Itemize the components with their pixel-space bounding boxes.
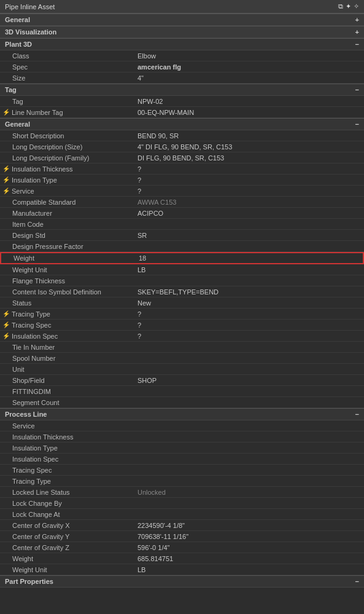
lightning-icon: ⚡ [2, 165, 10, 172]
plant3d-collapse-icon: − [355, 41, 359, 48]
prop-label-weight: Weight [1, 253, 136, 263]
table-row: ⚡Tracing Type? [0, 309, 364, 320]
prop-value: ? [135, 186, 364, 196]
prop-label-design-pressure-factor: Design Pressure Factor [0, 242, 135, 251]
general-content: Short DescriptionBEND 90, SRLong Descrip… [0, 130, 364, 408]
table-row: Weight UnitLB [0, 564, 364, 575]
tag-collapse-icon: − [355, 86, 359, 93]
prop-label-center-of-gravity-y: Center of Gravity Y [0, 532, 135, 541]
table-row: Service [0, 420, 364, 431]
prop-value: 00-EQ-NPW-MAIN [135, 108, 364, 117]
prop-label-text: Line Number Tag [12, 109, 63, 116]
copy-icon[interactable]: ⧉ [338, 2, 343, 10]
prop-label-text: Lock Change By [12, 500, 62, 507]
prop-label-insulation-spec: ⚡Insulation Spec [0, 331, 135, 341]
prop-label-text: Weight Unit [12, 266, 47, 274]
table-row: Shop/FieldSHOP [0, 375, 364, 386]
prop-label-text: Design Std [12, 232, 45, 239]
prop-label-text: Center of Gravity Z [12, 544, 69, 551]
visualization-section-header[interactable]: 3D Visualization + [0, 26, 364, 38]
prop-value: amcerican flg [135, 62, 364, 72]
table-row: ⚡Tracing Spec? [0, 320, 364, 331]
lightning-icon: ⚡ [2, 176, 10, 183]
prop-label-text: Service [12, 187, 34, 195]
table-row: ⚡Insulation Thickness? [0, 163, 364, 175]
general-collapse-icon: − [355, 120, 359, 128]
table-row: FITTINGDIM [0, 386, 364, 397]
prop-value: BEND 90, SR [135, 131, 364, 141]
general-top-section-header[interactable]: General + [0, 14, 364, 26]
prop-label-text: Tag [12, 98, 23, 105]
prop-label-text: Tie In Number [12, 344, 55, 351]
prop-label-text: Long Description (Family) [12, 154, 89, 162]
prop-value [135, 401, 364, 404]
prop-label-text: Weight [14, 254, 34, 262]
table-row: Weight685.814751 [0, 553, 364, 564]
prop-label-insulation-thickness: ⚡Insulation Thickness [0, 164, 135, 174]
table-row: ManufacturerACIPCO [0, 208, 364, 219]
table-row: TagNPW-02 [0, 96, 364, 107]
table-row: Weight UnitLB [0, 264, 364, 275]
lightning-icon: ⚡ [2, 109, 10, 116]
table-row: Insulation Thickness [0, 431, 364, 443]
prop-value: 685.814751 [135, 554, 364, 564]
table-row: Size4" [0, 73, 364, 84]
prop-label-center-of-gravity-z: Center of Gravity Z [0, 543, 135, 553]
prop-value: ? [135, 331, 364, 341]
prop-value [135, 346, 364, 348]
tag-section-header[interactable]: Tag − [0, 84, 364, 96]
prop-label-text: Class [12, 52, 29, 60]
plant3d-section-header[interactable]: Plant 3D − [0, 38, 364, 50]
prop-value: LB [135, 565, 364, 575]
prop-label-content-iso-symbol-definition: Content Iso Symbol Definition [0, 287, 135, 297]
prop-label-segment-count: Segment Count [0, 398, 135, 407]
table-row: Specamcerican flg [0, 61, 364, 73]
table-row: Insulation Spec [0, 454, 364, 465]
part-properties-section-header[interactable]: Part Properties − [0, 575, 364, 588]
table-row: Unit [0, 364, 364, 375]
prop-label-spec: Spec [0, 62, 135, 72]
prop-value: ACIPCO [135, 208, 364, 218]
prop-value: Unlocked [135, 487, 364, 497]
prop-value: DI FLG, 90 BEND, SR, C153 [135, 153, 364, 163]
prop-label-line-number-tag: ⚡Line Number Tag [0, 108, 135, 117]
process-line-content: ServiceInsulation ThicknessInsulation Ty… [0, 420, 364, 575]
prop-label-text: Weight [12, 555, 33, 562]
prop-label-compatible-standard: Compatible Standard [0, 197, 135, 207]
process-line-section-header[interactable]: Process Line − [0, 408, 364, 420]
visualization-section-label: 3D Visualization [5, 28, 56, 36]
prop-label-item-code: Item Code [0, 219, 135, 229]
prop-label-lock-change-by: Lock Change By [0, 498, 135, 508]
prop-label-long-description-family: Long Description (Family) [0, 153, 135, 163]
table-row: Segment Count [0, 397, 364, 408]
prop-value: 4" DI FLG, 90 BEND, SR, C153 [135, 142, 364, 152]
prop-label-spool-number: Spool Number [0, 353, 135, 363]
general-section-header[interactable]: General − [0, 118, 364, 130]
visualization-collapse-icon: + [355, 28, 359, 36]
prop-label-long-description-size: Long Description (Size) [0, 142, 135, 152]
expand-icon[interactable]: ✧ [354, 2, 359, 10]
table-row: Long Description (Size)4" DI FLG, 90 BEN… [0, 141, 364, 152]
prop-label-weight-unit: Weight Unit [0, 565, 135, 575]
table-row: Tracing Type [0, 476, 364, 487]
prop-value [135, 469, 364, 471]
process-line-section-label: Process Line [5, 411, 47, 418]
prop-label-text: Spool Number [12, 355, 55, 362]
prop-value [135, 513, 364, 516]
prop-label-tracing-type: ⚡Tracing Type [0, 309, 135, 319]
prop-label-text: Design Pressure Factor [12, 243, 83, 250]
pin-icon[interactable]: ✦ [346, 2, 351, 10]
prop-value: NPW-02 [135, 96, 364, 106]
prop-value: 18 [136, 253, 363, 263]
prop-label-text: Compatible Standard [12, 199, 76, 206]
prop-label-text: Insulation Spec [12, 333, 58, 340]
prop-label-text: Insulation Thickness [12, 433, 73, 441]
prop-value: AWWA C153 [135, 197, 364, 207]
lightning-icon: ⚡ [2, 333, 10, 339]
table-row: ClassElbow [0, 50, 364, 61]
prop-value: SR [135, 230, 364, 240]
lightning-icon: ⚡ [2, 321, 10, 328]
table-row: Long Description (Family)DI FLG, 90 BEND… [0, 152, 364, 163]
prop-label-flange-thickness: Flange Thickness [0, 276, 135, 286]
tag-content: TagNPW-02⚡Line Number Tag00-EQ-NPW-MAIN [0, 96, 364, 118]
